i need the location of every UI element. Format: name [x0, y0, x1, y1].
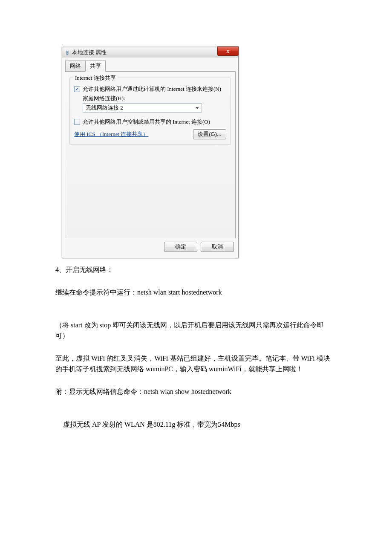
paragraph: 至此，虚拟 WiFi 的红叉叉消失，WiFi 基站已组建好，主机设置完毕。笔记本…: [55, 353, 337, 374]
ics-groupbox: Internet 连接共享 允许其他网络用户通过此计算机的 Internet 连…: [69, 78, 231, 145]
home-network-select[interactable]: 无线网络连接 2: [83, 103, 202, 113]
allow-other-connect-row: 允许其他网络用户通过此计算机的 Internet 连接来连接(N): [74, 86, 226, 92]
svg-rect-2: [67, 52, 68, 53]
paragraph: 附：显示无线网络信息命令：netsh wlan show hostednetwo…: [55, 386, 337, 397]
tab-network[interactable]: 网络: [65, 61, 86, 72]
tab-strip: 网络 共享: [65, 61, 236, 72]
groupbox-legend: Internet 连接共享: [73, 74, 118, 82]
allow-control-checkbox[interactable]: [74, 119, 80, 125]
home-network-label: 家庭网络连接(H):: [83, 95, 226, 102]
close-button[interactable]: x: [217, 46, 239, 56]
dialog-title: 本地连接 属性: [72, 49, 107, 56]
dialog-body: 网络 共享 Internet 连接共享 允许其他网络用户通过此计算机的 Inte…: [62, 58, 238, 258]
allow-other-connect-checkbox[interactable]: [74, 86, 80, 92]
document-text: 4、开启无线网络： 继续在命令提示符中运行：netsh wlan start h…: [55, 264, 337, 430]
tab-panel-sharing: Internet 连接共享 允许其他网络用户通过此计算机的 Internet 连…: [65, 71, 236, 238]
network-adapter-icon: [65, 50, 70, 55]
paragraph: 继续在命令提示符中运行：netsh wlan start hostednetwo…: [55, 287, 337, 298]
svg-rect-1: [66, 54, 68, 55]
settings-button[interactable]: 设置(G)...: [193, 129, 226, 139]
ok-button[interactable]: 确定: [164, 242, 197, 252]
ics-link-row: 使用 ICS （Internet 连接共享） 设置(G)...: [74, 129, 226, 139]
ics-help-link[interactable]: 使用 ICS （Internet 连接共享）: [74, 130, 148, 138]
home-network-value: 无线网络连接 2: [86, 104, 123, 112]
dialog-titlebar: 本地连接 属性 x: [62, 47, 238, 58]
properties-dialog: 本地连接 属性 x 网络 共享 Internet 连接共享 允许其他网络用户通过…: [62, 47, 239, 258]
allow-other-connect-label: 允许其他网络用户通过此计算机的 Internet 连接来连接(N): [83, 86, 221, 92]
close-icon: x: [227, 48, 230, 55]
cancel-button[interactable]: 取消: [201, 242, 234, 252]
step-heading: 4、开启无线网络：: [55, 264, 337, 275]
paragraph: 虚拟无线 AP 发射的 WLAN 是802.11g 标准，带宽为54Mbps: [63, 419, 337, 430]
allow-control-label: 允许其他网络用户控制或禁用共享的 Internet 连接(O): [83, 119, 210, 125]
tab-sharing[interactable]: 共享: [85, 61, 106, 72]
dialog-footer: 确定 取消: [65, 242, 236, 254]
allow-control-row: 允许其他网络用户控制或禁用共享的 Internet 连接(O): [74, 119, 226, 125]
paragraph: （将 start 改为 stop 即可关闭该无线网，以后开机后要启用该无线网只需…: [55, 320, 337, 341]
